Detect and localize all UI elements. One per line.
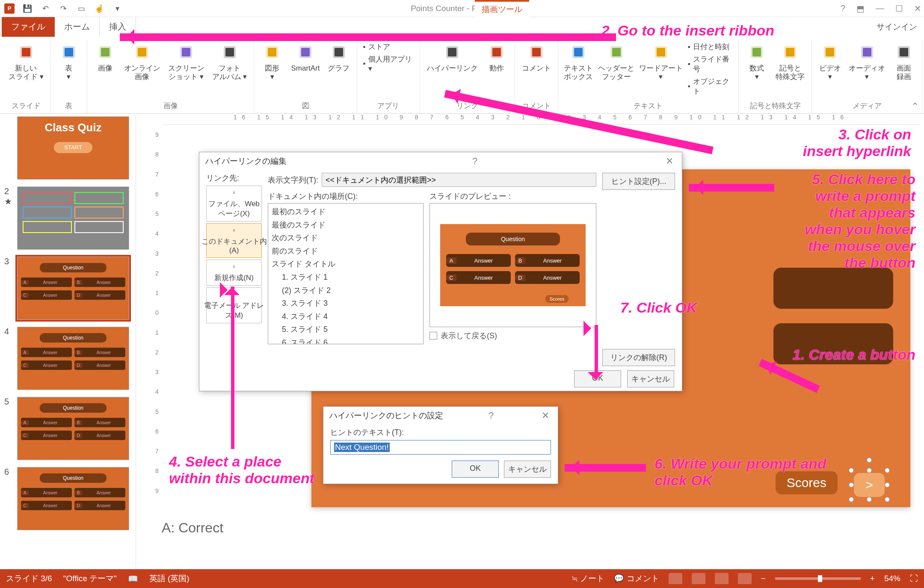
zoom-slider[interactable] <box>775 577 861 580</box>
slideshow-view-icon[interactable] <box>738 573 752 584</box>
fit-to-window-icon[interactable]: ⛶ <box>910 574 918 583</box>
button-label: SmartArt <box>291 64 320 73</box>
slide-thumbnail[interactable]: Class QuizSTART <box>17 116 129 180</box>
equation-button[interactable]: 数式 ▾ <box>743 41 770 99</box>
save-icon[interactable]: 💾 <box>22 3 33 14</box>
ok-button[interactable]: OK <box>452 461 499 478</box>
remove-link-button[interactable]: リンクの解除(R) <box>602 349 675 366</box>
collapse-ribbon-icon[interactable]: ⌃ <box>911 101 919 112</box>
document-location-tree[interactable]: 最初のスライド最後のスライド次のスライド前のスライドスライド タイトル1. スラ… <box>268 203 424 344</box>
close-icon[interactable]: ✕ <box>663 156 676 167</box>
screentip-text-input[interactable]: Next Question! <box>330 440 551 455</box>
spellcheck-icon[interactable]: 📖 <box>128 574 138 584</box>
notes-pane[interactable]: A: Correct <box>162 520 915 536</box>
normal-view-icon[interactable] <box>669 573 682 584</box>
drawing-tools-tab[interactable]: 描画ツール <box>475 0 529 17</box>
signin-link[interactable]: サインイン <box>870 17 924 37</box>
hyperlink-button[interactable]: ハイパーリンク <box>424 41 480 99</box>
selection-handles[interactable] <box>851 470 887 499</box>
datetime-button[interactable]: ▪日付と時刻 <box>686 41 734 53</box>
slideshow-icon[interactable]: ▭ <box>76 3 86 14</box>
comments-toggle[interactable]: 💬 コメント <box>614 573 659 584</box>
slide-thumbnail[interactable] <box>17 186 129 250</box>
photo-album-button[interactable]: フォト アルバム ▾ <box>210 41 250 99</box>
cancel-button[interactable]: キャンセル <box>627 370 674 387</box>
qat-more-icon[interactable]: ▾ <box>112 3 122 14</box>
tree-item[interactable]: 次のスライド <box>272 231 420 245</box>
slide-thumbnail-panel[interactable]: Class QuizSTART2★3QuestionAAnswerBAnswer… <box>0 114 136 569</box>
svg-rect-19 <box>448 48 456 56</box>
headerfooter-button[interactable]: ヘッダーと フッター <box>597 41 635 99</box>
linkto-file-web[interactable]: ▫ファイル、Web ページ(X) <box>206 186 262 222</box>
zoom-level[interactable]: 54% <box>884 574 900 583</box>
tree-item[interactable]: 6. スライド 6 <box>272 336 420 344</box>
answer-box[interactable] <box>773 268 893 309</box>
store-button[interactable]: ▪ストア <box>361 41 415 53</box>
table-button[interactable]: 表 ▾ <box>55 41 83 99</box>
language-indicator[interactable]: 英語 (英国) <box>149 573 190 584</box>
tree-item[interactable]: 最後のスライド <box>272 219 420 232</box>
tab-home[interactable]: ホーム <box>55 17 99 37</box>
scores-button[interactable]: Scores <box>776 471 838 494</box>
online-picture-button[interactable]: オンライン 画像 <box>121 41 163 99</box>
picture-button[interactable]: 画像 <box>92 41 119 99</box>
slide-thumbnail[interactable]: QuestionAAnswerBAnswerCAnswerDAnswer <box>17 327 129 390</box>
ribbon-group-表: 表 ▾表 <box>51 40 87 113</box>
reading-view-icon[interactable] <box>715 573 729 584</box>
close-icon[interactable]: ✕ <box>539 410 552 421</box>
cancel-button[interactable]: キャンセル <box>504 461 551 478</box>
tree-item[interactable]: 最初のスライド <box>272 205 420 219</box>
undo-icon[interactable]: ↶ <box>40 3 50 14</box>
object-button[interactable]: ▪オブジェクト <box>686 76 734 97</box>
maximize-icon[interactable]: ☐ <box>895 3 903 14</box>
tree-item[interactable]: 前のスライド <box>272 245 420 258</box>
notes-toggle[interactable]: ≒ ノート <box>572 573 604 584</box>
redo-icon[interactable]: ↷ <box>58 3 68 14</box>
video-button[interactable]: ビデオ ▾ <box>816 41 844 99</box>
linkto-this-doc[interactable]: ▫このドキュメント内 (A) <box>206 223 262 258</box>
show-and-return-checkbox[interactable]: 表示して戻る(S) <box>429 331 596 341</box>
tree-item[interactable]: 1. スライド 1 <box>272 271 420 284</box>
audio-button[interactable]: オーディオ ▾ <box>846 41 888 99</box>
ribbon-options-icon[interactable]: ⬒ <box>856 3 865 14</box>
sorter-view-icon[interactable] <box>692 573 705 584</box>
tab-file[interactable]: ファイル <box>2 17 55 37</box>
shapes-button[interactable]: 図形 ▾ <box>258 41 286 99</box>
ribbon-group-スライド: 新しい スライド ▾スライド <box>2 40 51 113</box>
rotate-handle-icon[interactable] <box>867 458 872 463</box>
tree-item[interactable]: 5. スライド 5 <box>272 323 420 336</box>
tree-item[interactable]: (2) スライド 2 <box>272 284 420 297</box>
smartart-button[interactable]: SmartArt <box>288 41 322 99</box>
zoom-in-icon[interactable]: + <box>870 574 875 583</box>
slide-thumbnail[interactable]: QuestionAAnswerBAnswerCAnswerDAnswer <box>17 397 129 460</box>
display-text-input[interactable] <box>322 173 596 187</box>
minimize-icon[interactable]: — <box>876 3 884 14</box>
help-icon[interactable]: ? <box>841 3 845 14</box>
tab-insert[interactable]: 挿入 <box>99 16 136 37</box>
screenshot-button[interactable]: スクリーン ショット ▾ <box>166 41 207 99</box>
screentip-button[interactable]: ヒント設定(P)... <box>602 173 675 190</box>
screenrec-button[interactable]: 画面 録画 <box>890 41 918 99</box>
new-slide-button[interactable]: 新しい スライド ▾ <box>6 41 46 99</box>
symbol-button[interactable]: 記号と 特殊文字 <box>773 41 807 99</box>
tree-item[interactable]: 3. スライド 3 <box>272 297 420 310</box>
tree-item[interactable]: 4. スライド 4 <box>272 310 420 323</box>
slide-thumbnail[interactable]: QuestionAAnswerBAnswerCAnswerDAnswer <box>17 257 129 320</box>
myapps-button[interactable]: ▪個人用アプリ ▾ <box>361 53 415 74</box>
close-icon[interactable]: ✕ <box>914 3 921 14</box>
action-button[interactable]: 動作 <box>483 41 510 99</box>
slide-thumbnail[interactable]: QuestionAAnswerBAnswerCAnswerDAnswer <box>17 467 129 530</box>
chart-button[interactable]: グラフ <box>325 41 352 99</box>
slide-counter[interactable]: スライド 3/6 <box>6 573 52 584</box>
slidenum-button[interactable]: ▪スライド番号 <box>686 53 734 75</box>
next-button[interactable]: > <box>854 473 885 497</box>
help-icon[interactable]: ? <box>470 156 480 167</box>
tree-item[interactable]: スライド タイトル <box>272 257 420 271</box>
help-icon[interactable]: ? <box>486 410 496 421</box>
answer-box[interactable] <box>773 323 893 364</box>
wordart-button[interactable]: ワードアート ▾ <box>638 41 684 99</box>
comment-button[interactable]: コメント <box>519 41 554 99</box>
zoom-out-icon[interactable]: − <box>761 574 766 583</box>
textbox-button[interactable]: テキスト ボックス <box>563 41 595 99</box>
touch-mode-icon[interactable]: ☝ <box>94 3 104 14</box>
